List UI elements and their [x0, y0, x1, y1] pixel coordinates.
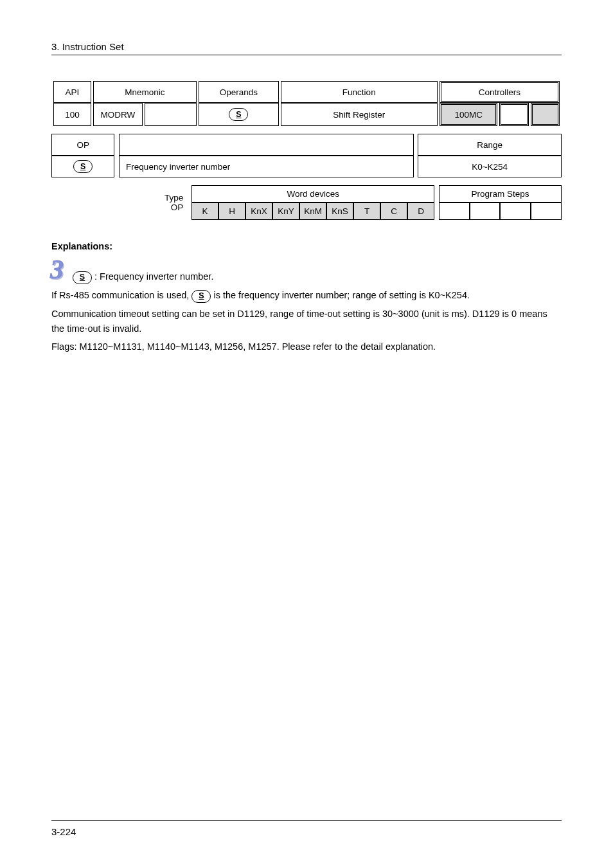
td-step-3	[500, 203, 531, 220]
operand-s-icon: S	[73, 271, 92, 284]
td-operands: S	[199, 103, 278, 126]
th-KnS: KnS	[326, 203, 353, 220]
explan-item-1: 3 S : Frequency inverter number.	[51, 257, 562, 284]
td-step-2	[470, 203, 501, 220]
td-op-desc: Frequency inverter number	[119, 156, 414, 177]
explan-item-4: Flags: M1120~M1131, M1140~M1143, M1256, …	[51, 339, 562, 354]
device-type-table: TypeOP Word devices Program Steps K H Kn…	[51, 185, 562, 220]
th-K: K	[191, 203, 218, 220]
explan-heading: Explanations:	[51, 241, 112, 251]
th-operands: Operands	[199, 81, 278, 103]
th-api: API	[53, 81, 91, 103]
explan-item-3: Communication timeout setting can be set…	[51, 307, 562, 336]
th-mnemonic: Mnemonic	[93, 81, 197, 103]
td-ctrl-3	[531, 103, 560, 126]
td-ctrl-100mc: 100MC	[440, 103, 497, 126]
td-step-4	[531, 203, 562, 220]
th-word-devices: Word devices	[191, 185, 434, 203]
th-C: C	[380, 203, 407, 220]
footer-left: 3-224	[51, 826, 76, 837]
th-blank	[119, 134, 414, 156]
td-op-icon: S	[51, 156, 114, 177]
operand-spec-table: OP Range S Frequency inverter number K0~…	[51, 134, 562, 177]
th-op: OP	[51, 134, 114, 156]
th-program-steps: Program Steps	[439, 185, 562, 203]
td-mnemonic-l: MODRW	[93, 103, 143, 126]
header-left: 3. Instruction Set	[51, 41, 124, 52]
th-KnY: KnY	[272, 203, 299, 220]
td-ctrl-2	[499, 103, 528, 126]
th-controllers: Controllers	[440, 81, 560, 103]
td-api: 100	[53, 103, 91, 126]
explanation-block: Explanations: 3 S : Frequency inverter n…	[51, 239, 562, 354]
operand-s-icon: S	[73, 160, 93, 173]
th-D: D	[407, 203, 434, 220]
td-mnemonic-r	[145, 103, 197, 126]
th-T: T	[353, 203, 380, 220]
footer-rule	[51, 820, 562, 821]
th-range: Range	[418, 134, 562, 156]
td-type-label: TypeOP	[51, 185, 187, 220]
operand-s-icon: S	[229, 108, 248, 121]
th-KnX: KnX	[245, 203, 272, 220]
td-step-1	[439, 203, 470, 220]
api-summary-table: API Mnemonic Operands Function Controlle…	[51, 81, 562, 126]
th-function: Function	[281, 81, 438, 103]
th-H: H	[218, 203, 245, 220]
drop-cap-icon: 3	[51, 257, 65, 284]
td-range: K0~K254	[418, 156, 562, 177]
th-KnM: KnM	[299, 203, 326, 220]
td-function: Shift Register	[281, 103, 438, 126]
operand-s-icon: S	[191, 290, 211, 303]
explan-item-2: If Rs-485 communication is used, S is th…	[51, 288, 562, 303]
header-rule	[51, 55, 562, 55]
